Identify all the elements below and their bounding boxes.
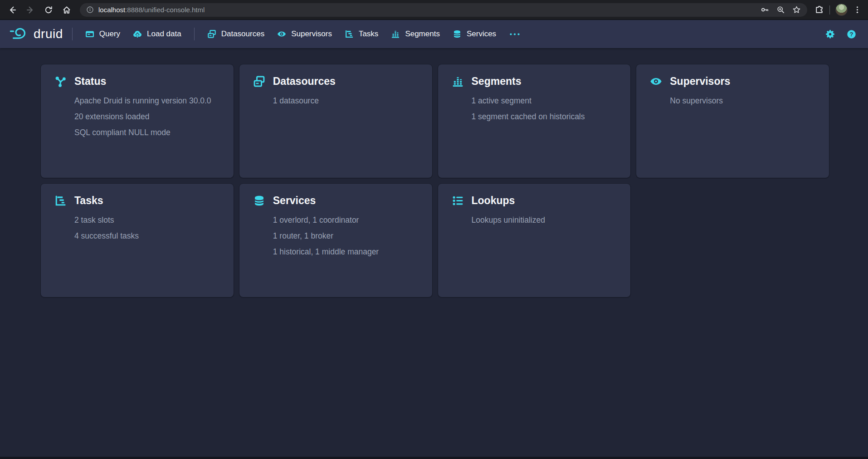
task-slots-text: 2 task slots	[74, 212, 220, 228]
status-null-mode-text: SQL compliant NULL mode	[74, 125, 220, 141]
more-menu-button[interactable]	[502, 20, 527, 48]
nav-item-label: Services	[467, 29, 496, 39]
nav-item-datasources[interactable]: Datasources	[201, 20, 271, 48]
cached-segments-text: 1 segment cached on historicals	[472, 109, 617, 125]
profile-avatar[interactable]	[835, 4, 848, 16]
tasks-card[interactable]: Tasks 2 task slots 4 successful tasks	[41, 184, 234, 297]
stacked-panels-icon	[253, 75, 265, 88]
navbar-divider	[72, 28, 73, 40]
services-card[interactable]: Services 1 overlord, 1 coordinator 1 rou…	[239, 184, 432, 297]
forward-arrow-icon	[26, 5, 35, 15]
status-extensions-text: 20 extensions loaded	[74, 109, 220, 125]
nav-item-label: Load data	[147, 29, 181, 39]
address-bar[interactable]: localhost:8888/unified-console.html	[80, 3, 807, 17]
database-icon	[453, 29, 462, 39]
zoom-icon[interactable]	[776, 5, 785, 14]
browser-toolbar: localhost:8888/unified-console.html	[0, 0, 868, 20]
back-arrow-icon	[8, 5, 17, 15]
card-title: Services	[273, 195, 316, 207]
card-title: Status	[74, 75, 106, 88]
url-host: localhost	[98, 6, 125, 14]
properties-icon	[452, 195, 464, 207]
druid-wordmark: druid	[34, 27, 63, 41]
url-path: :8888/unified-console.html	[125, 6, 205, 14]
help-icon[interactable]: ?	[847, 29, 856, 39]
successful-tasks-text: 4 successful tasks	[74, 228, 220, 244]
supervisors-card[interactable]: Supervisors No supervisors	[636, 64, 829, 178]
window-bottom-edge	[0, 457, 868, 459]
back-button[interactable]	[5, 2, 20, 18]
card-title: Tasks	[74, 195, 103, 207]
settings-gear-icon[interactable]	[825, 29, 835, 39]
navbar-divider	[194, 28, 195, 40]
druid-brand[interactable]: druid	[9, 26, 66, 42]
datasources-card[interactable]: Datasources 1 datasource	[239, 64, 432, 178]
status-version-text: Apache Druid is running version 30.0.0	[74, 93, 220, 109]
nav-item-label: Supervisors	[291, 29, 332, 39]
card-title: Segments	[472, 75, 522, 88]
services-line-3: 1 historical, 1 middle manager	[273, 244, 419, 260]
database-icon	[253, 195, 265, 207]
home-icon	[62, 5, 71, 15]
gantt-chart-icon	[345, 29, 354, 39]
toolbar-divider	[829, 5, 830, 15]
eye-icon	[650, 75, 662, 88]
site-info-icon[interactable]	[86, 6, 94, 14]
lookups-status-text: Lookups uninitialized	[472, 212, 617, 228]
url-text[interactable]: localhost:8888/unified-console.html	[98, 6, 756, 14]
druid-navbar: druid Query Load data Datasources Superv…	[0, 20, 868, 48]
datasource-count-text: 1 datasource	[273, 93, 419, 109]
nav-item-services[interactable]: Services	[446, 20, 502, 48]
graph-icon	[54, 75, 67, 88]
nav-item-label: Segments	[405, 29, 440, 39]
supervisors-count-text: No supervisors	[670, 93, 815, 109]
gantt-chart-icon	[54, 195, 67, 207]
services-line-1: 1 overlord, 1 coordinator	[273, 212, 419, 228]
reload-button[interactable]	[41, 2, 56, 18]
nav-item-tasks[interactable]: Tasks	[338, 20, 385, 48]
nav-item-label: Tasks	[359, 29, 378, 39]
card-title: Supervisors	[670, 75, 730, 88]
card-title: Datasources	[273, 75, 336, 88]
password-key-icon[interactable]	[761, 5, 769, 14]
active-segments-text: 1 active segment	[472, 93, 617, 109]
card-title: Lookups	[472, 195, 515, 207]
svg-text:?: ?	[849, 31, 853, 38]
nav-item-segments[interactable]: Segments	[385, 20, 446, 48]
browser-menu-icon[interactable]	[853, 5, 862, 14]
nav-item-query[interactable]: Query	[79, 20, 127, 48]
bar-chart-icon	[452, 75, 464, 88]
home-button[interactable]	[59, 2, 74, 18]
console-icon	[85, 29, 94, 39]
forward-button[interactable]	[23, 2, 38, 18]
nav-item-label: Datasources	[221, 29, 264, 39]
lookups-card[interactable]: Lookups Lookups uninitialized	[438, 184, 631, 297]
eye-icon	[277, 29, 286, 39]
home-card-grid: Status Apache Druid is running version 3…	[41, 64, 829, 297]
nav-item-load-data[interactable]: Load data	[127, 20, 188, 48]
more-dots-icon	[509, 32, 521, 36]
bar-chart-icon	[391, 29, 400, 39]
druid-logo-icon	[9, 26, 28, 42]
extensions-icon[interactable]	[814, 5, 824, 15]
services-line-2: 1 router, 1 broker	[273, 228, 419, 244]
nav-item-label: Query	[99, 29, 120, 39]
stacked-panels-icon	[207, 29, 216, 39]
cloud-upload-icon	[133, 29, 142, 39]
segments-card[interactable]: Segments 1 active segment 1 segment cach…	[438, 64, 631, 178]
reload-icon	[44, 5, 53, 15]
status-card[interactable]: Status Apache Druid is running version 3…	[41, 64, 234, 178]
bookmark-star-icon[interactable]	[792, 5, 801, 14]
nav-item-supervisors[interactable]: Supervisors	[271, 20, 338, 48]
